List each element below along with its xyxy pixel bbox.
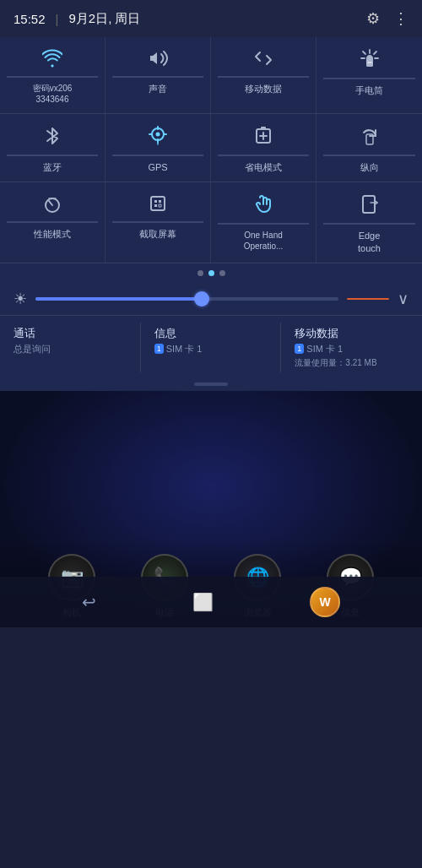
call-sub: 总是询问 — [14, 343, 127, 355]
expand-icon[interactable]: ∨ — [398, 290, 408, 308]
network-call: 通话 总是询问 — [0, 323, 141, 372]
wifi-icon — [42, 49, 62, 71]
settings-icon[interactable]: ⚙ — [366, 9, 380, 28]
data-sim-badge: 1 — [295, 344, 304, 354]
toggle-edgetouch[interactable]: Edgetouch — [316, 182, 422, 263]
toggle-wifi[interactable]: 密码vx2063343646 — [0, 37, 106, 113]
toggle-row-3: 性能模式 截取屏幕 — [0, 182, 422, 263]
toggle-sound[interactable]: 声音 — [106, 37, 211, 113]
toggle-mobile-data[interactable]: 移动数据 — [211, 37, 316, 113]
battery-icon — [255, 126, 272, 149]
brightness-thumb[interactable] — [194, 291, 209, 307]
status-left: 15:52 | 9月2日, 周日 — [14, 11, 140, 27]
edgetouch-label: Edgetouch — [358, 230, 381, 254]
dot-3[interactable] — [219, 270, 225, 276]
back-icon[interactable]: ↩ — [82, 592, 96, 612]
call-title: 通话 — [14, 326, 127, 341]
battery-save-label: 省电模式 — [245, 161, 282, 173]
wifi-label: 密码vx2063343646 — [33, 83, 73, 105]
onehand-label: One HandOperatio... — [244, 230, 284, 252]
performance-label: 性能模式 — [34, 228, 71, 240]
svg-point-1 — [156, 133, 160, 137]
performance-icon — [42, 194, 62, 216]
gps-icon — [149, 126, 167, 149]
wallpaper-area: 📷 相机 📞 电话 🌐 浏览器 💬 信息 ↩ ⬜ W — [0, 391, 422, 627]
quick-settings-panel: 密码vx2063343646 声音 — [0, 37, 422, 391]
svg-rect-7 — [363, 196, 375, 213]
screenshot-label: 截取屏幕 — [139, 228, 176, 240]
bluetooth-icon — [45, 126, 60, 149]
dot-2[interactable] — [208, 270, 214, 276]
toggle-screenshot[interactable]: 截取屏幕 — [106, 182, 211, 263]
nav-bar: ↩ ⬜ W — [0, 577, 422, 627]
toggle-rotation[interactable]: 纵向 — [316, 114, 422, 182]
toggle-onehand[interactable]: One HandOperatio... — [211, 182, 316, 263]
status-date: 9月2日, 周日 — [68, 11, 140, 27]
toggle-gps[interactable]: GPS — [106, 114, 211, 182]
handle-bar — [194, 382, 228, 386]
message-sim-badge: 1 — [154, 344, 164, 354]
brightness-slider[interactable] — [35, 297, 338, 301]
status-divider: | — [56, 12, 59, 26]
dot-1[interactable] — [197, 270, 203, 276]
flashlight-icon — [360, 49, 379, 73]
onehand-icon — [253, 194, 273, 218]
flashlight-label: 手电筒 — [355, 84, 383, 96]
brightness-line — [347, 298, 389, 300]
network-info-row: 通话 总是询问 信息 1 SIM 卡 1 移动数据 1 SIM 卡 1 流量使用… — [0, 316, 422, 377]
rotation-label: 纵向 — [360, 161, 379, 173]
menu-icon[interactable]: ⋮ — [393, 9, 408, 28]
edgetouch-icon — [360, 194, 379, 218]
nav-logo-text: W — [319, 595, 330, 609]
rotation-icon — [360, 126, 379, 149]
toggle-performance[interactable]: 性能模式 — [0, 182, 106, 263]
brightness-row: ☀ ∨ — [0, 283, 422, 316]
gps-label: GPS — [148, 161, 167, 173]
drag-handle[interactable] — [0, 377, 422, 391]
screenshot-icon — [149, 194, 167, 216]
toggle-flashlight[interactable]: 手电筒 — [316, 37, 422, 113]
home-icon[interactable]: ⬜ — [192, 592, 214, 612]
message-sim-label: SIM 卡 1 — [166, 343, 203, 355]
data-title: 移动数据 — [295, 326, 408, 341]
brightness-fill — [35, 297, 202, 301]
data-sim-label: SIM 卡 1 — [306, 343, 343, 355]
message-sub: 1 SIM 卡 1 — [154, 343, 268, 355]
status-time: 15:52 — [14, 12, 46, 26]
svg-rect-6 — [151, 197, 165, 210]
nav-logo[interactable]: W — [310, 587, 340, 617]
toggle-row-1: 密码vx2063343646 声音 — [0, 37, 422, 114]
message-title: 信息 — [154, 326, 268, 341]
brightness-right: ∨ — [347, 290, 408, 308]
status-bar: 15:52 | 9月2日, 周日 ⚙ ⋮ — [0, 0, 422, 37]
network-message: 信息 1 SIM 卡 1 — [141, 323, 282, 372]
brightness-icon: ☀ — [14, 290, 27, 308]
data-sub: 1 SIM 卡 1 — [295, 343, 408, 355]
page-dots — [0, 263, 422, 283]
network-data: 移动数据 1 SIM 卡 1 流量使用量：3.21 MB — [281, 323, 422, 372]
toggle-battery-save[interactable]: 省电模式 — [211, 114, 316, 182]
status-right: ⚙ ⋮ — [366, 9, 408, 28]
toggle-row-2: 蓝牙 GPS — [0, 114, 422, 182]
svg-rect-3 — [261, 127, 266, 129]
sound-label: 声音 — [149, 83, 167, 95]
bluetooth-label: 蓝牙 — [43, 161, 62, 173]
data-usage: 流量使用量：3.21 MB — [295, 357, 408, 369]
volume-icon — [148, 49, 168, 71]
mobile-data-label: 移动数据 — [245, 83, 282, 95]
toggle-bluetooth[interactable]: 蓝牙 — [0, 114, 106, 182]
data-icon — [253, 49, 273, 71]
